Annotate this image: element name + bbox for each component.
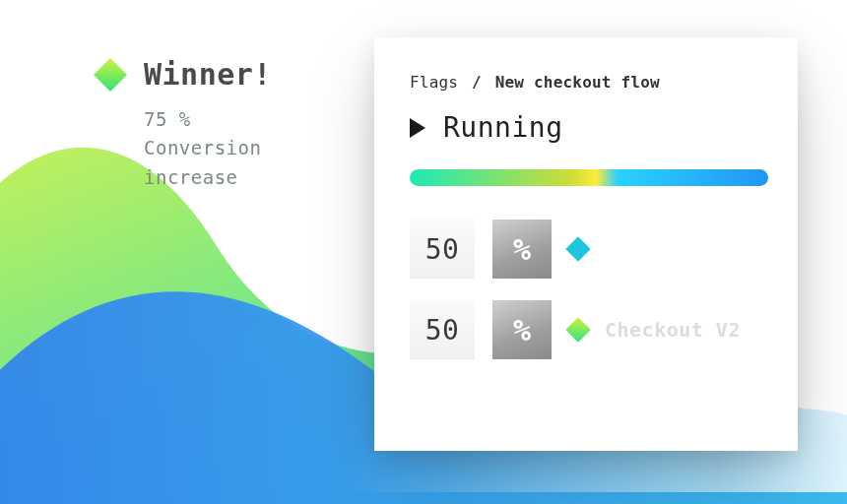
flag-card: Flags / New checkout flow Running 50 % 5…: [374, 37, 798, 451]
winner-stat: 75 %: [144, 105, 272, 134]
percent-box: %: [492, 300, 552, 359]
winner-summary: Winner! 75 % Conversion increase: [98, 57, 272, 192]
breadcrumb[interactable]: Flags / New checkout flow: [410, 73, 768, 92]
winner-metric-line1: Conversion: [144, 134, 272, 162]
variant-diamond-icon: [565, 317, 590, 342]
winner-title: Winner!: [144, 57, 272, 92]
winner-metric-line2: increase: [144, 163, 272, 192]
variant-value-box[interactable]: 50: [410, 220, 475, 279]
variant-row: 50 %: [410, 220, 768, 279]
variant-value-box[interactable]: 50: [410, 300, 475, 359]
split-progress-bar: [410, 169, 768, 186]
variant-row: 50 % Checkout V2: [410, 300, 768, 359]
percent-box: %: [492, 220, 552, 279]
flag-status: Running: [443, 111, 563, 144]
variant-diamond-icon: [565, 236, 590, 261]
breadcrumb-separator: /: [472, 73, 482, 92]
play-icon[interactable]: [410, 118, 425, 138]
breadcrumb-leaf[interactable]: New checkout flow: [495, 73, 660, 92]
winner-diamond-icon: [94, 58, 127, 92]
breadcrumb-root[interactable]: Flags: [410, 73, 458, 92]
variant-list: 50 % 50 % Checkout V2: [410, 220, 768, 359]
variant-label: Checkout V2: [605, 318, 741, 342]
